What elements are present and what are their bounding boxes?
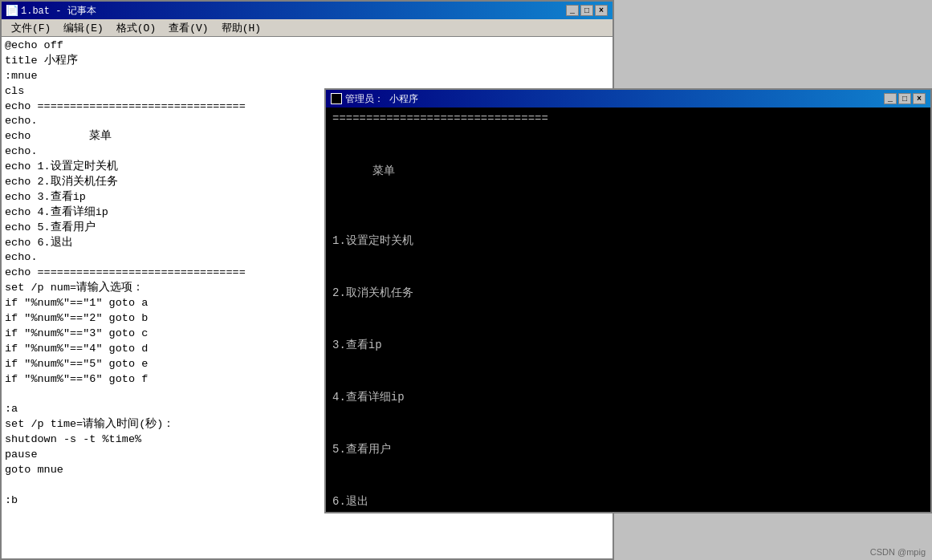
cmd-menu-item-4: 4.查看详细ip: [332, 391, 405, 404]
cmd-window: 管理员： 小程序 _ □ × =========================…: [324, 88, 932, 513]
cmd-title: 管理员： 小程序: [345, 92, 418, 106]
menu-edit[interactable]: 编辑(E): [57, 19, 109, 37]
cmd-menu-item-5: 5.查看用户: [332, 443, 391, 456]
cmd-close-button[interactable]: ×: [913, 93, 926, 104]
cmd-separator-top: ================================: [332, 112, 548, 125]
notepad-window-controls: _ □ ×: [566, 5, 608, 16]
notepad-title: 1.bat - 记事本: [21, 4, 96, 18]
notepad-title-left: 📄 1.bat - 记事本: [6, 4, 96, 18]
cmd-titlebar: 管理员： 小程序 _ □ ×: [326, 90, 930, 108]
menu-format[interactable]: 格式(O): [110, 19, 162, 37]
cmd-maximize-button[interactable]: □: [898, 93, 911, 104]
maximize-button[interactable]: □: [580, 5, 593, 16]
menu-file[interactable]: 文件(F): [5, 19, 57, 37]
cmd-menu-item-6: 6.退出: [332, 495, 368, 508]
menu-view[interactable]: 查看(V): [162, 19, 214, 37]
cmd-menu-item-1: 1.设置定时关机: [332, 234, 413, 247]
cmd-window-controls: _ □ ×: [884, 93, 926, 104]
cmd-title-left: 管理员： 小程序: [331, 92, 418, 106]
minimize-button[interactable]: _: [566, 5, 579, 16]
cmd-output: ================================ 菜单 1.设置…: [326, 108, 930, 512]
notepad-menubar: 文件(F) 编辑(E) 格式(O) 查看(V) 帮助(H): [2, 19, 613, 37]
cmd-menu-item-3: 3.查看ip: [332, 339, 382, 351]
watermark: CSDN @mpig: [870, 547, 926, 557]
cmd-menu-item-2: 2.取消关机任务: [332, 286, 413, 299]
close-button[interactable]: ×: [595, 5, 608, 16]
cmd-menu-title: 菜单: [332, 164, 395, 177]
cmd-minimize-button[interactable]: _: [884, 93, 897, 104]
menu-help[interactable]: 帮助(H): [215, 19, 267, 37]
cmd-icon: [331, 93, 342, 104]
notepad-icon: 📄: [6, 5, 18, 16]
notepad-titlebar: 📄 1.bat - 记事本 _ □ ×: [2, 2, 613, 19]
